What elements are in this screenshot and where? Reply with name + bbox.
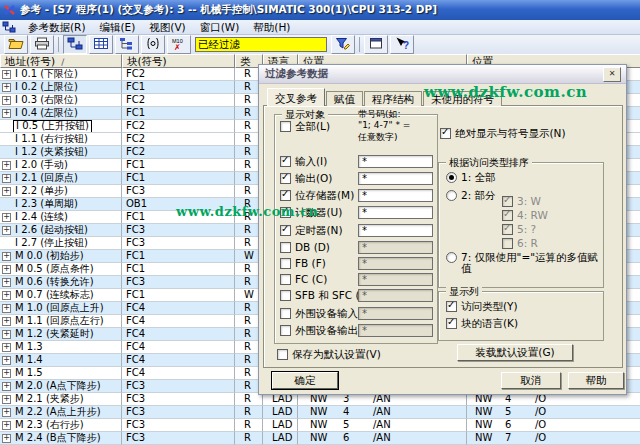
expand-plus-icon[interactable]: + (2, 408, 11, 417)
address-symbol-cell[interactable]: M 0.7 (连续标志) (13, 289, 96, 301)
object-filter-4[interactable]: 定时器(N) (280, 225, 343, 236)
object-filter-0[interactable]: 输入(I) (280, 156, 327, 167)
object-filter-7[interactable]: FC (C) (280, 274, 327, 285)
expand-plus-icon[interactable]: + (2, 161, 11, 170)
load-default-button[interactable]: 装载默认设置(G) (457, 344, 573, 361)
tab-交叉参考[interactable]: 交叉参考 (267, 88, 325, 106)
expand-plus-icon[interactable]: + (2, 330, 11, 339)
display-column-0[interactable]: 访问类型(Y) (446, 301, 518, 312)
expand-plus-icon[interactable]: + (2, 304, 11, 313)
address-symbol-cell[interactable]: M 1.2 (夹紧延时) (13, 328, 96, 340)
object-filter-value-field[interactable]: * (358, 172, 433, 185)
absolute-symbolic-checkbox[interactable]: 绝对显示与符号显示(N) (440, 128, 566, 139)
expand-plus-icon[interactable]: + (2, 109, 11, 118)
object-filter-checkbox[interactable] (280, 290, 291, 301)
menu-item-2[interactable]: 视图(V) (142, 20, 192, 34)
address-symbol-cell[interactable]: I 2.3 (单周期) (13, 198, 80, 210)
address-symbol-cell[interactable]: I 0.1 (下限位) (13, 68, 80, 80)
table-row-M-2.4[interactable]: +M 2.4 (B点下降步)FC3RLADNW6/ANNW7/O (0, 432, 640, 445)
object-filter-checkbox[interactable] (280, 325, 291, 336)
print-button[interactable] (30, 35, 54, 54)
sort-partial-radio-button[interactable] (446, 190, 457, 201)
address-symbol-cell[interactable]: I 0.5 (上升按钮) (13, 120, 92, 133)
cross-reference-button[interactable] (63, 35, 87, 54)
sort-all-radio-button[interactable] (446, 172, 457, 183)
object-filter-value-field[interactable]: * (358, 155, 433, 168)
address-symbol-cell[interactable]: I 2.6 (起动按钮) (13, 224, 90, 236)
address-symbol-cell[interactable]: I 2.1 (回原点) (13, 172, 80, 184)
expand-plus-icon[interactable]: + (2, 434, 11, 443)
sort-multi-assign-radio[interactable]: 7: 仅限使用"="运算的多值赋值 (446, 252, 603, 274)
address-symbol-cell[interactable]: M 2.0 (A点下降步) (13, 380, 103, 392)
object-filter-checkbox[interactable] (280, 274, 291, 285)
object-filter-5[interactable]: DB (D) (280, 242, 330, 253)
sort-all-radio[interactable]: 1: 全部 (446, 172, 496, 183)
address-symbol-cell[interactable]: I 1.1 (右行按钮) (13, 133, 90, 145)
object-filter-value-field[interactable]: * (358, 189, 433, 202)
expand-plus-icon[interactable]: + (2, 343, 11, 352)
expand-plus-icon[interactable]: + (2, 369, 11, 378)
object-filter-2[interactable]: 位存储器(M) (280, 190, 354, 201)
address-symbol-cell[interactable]: M 1.1 (回原点左行) (13, 315, 106, 327)
menu-item-4[interactable]: 帮助(H) (246, 20, 297, 34)
display-column-checkbox[interactable] (446, 301, 457, 312)
sort-multi-assign-radio-button[interactable] (446, 252, 457, 263)
expand-plus-icon[interactable]: + (2, 70, 11, 79)
absolute-symbolic-checkbox-box[interactable] (440, 128, 451, 139)
menu-item-1[interactable]: 编辑(E) (93, 20, 143, 34)
new-window-button[interactable] (364, 35, 388, 54)
column-header-1[interactable]: 块(符号) (122, 54, 235, 68)
unused-symbols-button[interactable] (141, 35, 165, 54)
menu-item-3[interactable]: 窗口(W) (193, 20, 247, 34)
expand-plus-icon[interactable]: + (2, 226, 11, 235)
menu-item-0[interactable]: 参考数据(R) (21, 20, 93, 34)
object-filter-checkbox[interactable] (280, 190, 291, 201)
address-symbol-cell[interactable]: I 0.2 (上限位) (13, 81, 80, 93)
table-row-M-2.3[interactable]: +M 2.3 (右行步)FC3RLADNW5/ANNW6/O (0, 419, 640, 432)
address-symbol-cell[interactable]: I 2.2 (单步) (13, 185, 70, 197)
expand-plus-icon[interactable]: + (2, 291, 11, 300)
save-default-checkbox-box[interactable] (277, 349, 288, 360)
program-structure-button[interactable] (115, 35, 139, 54)
address-symbol-cell[interactable]: I 0.3 (右限位) (13, 94, 80, 106)
tab-程序结构[interactable]: 程序结构 (364, 91, 422, 106)
address-symbol-cell[interactable]: I 2.0 (手动) (13, 159, 70, 171)
address-without-symbol-button[interactable]: M10✗ (167, 35, 191, 54)
open-folder-button[interactable] (4, 35, 28, 54)
address-symbol-cell[interactable]: I 1.2 (夹紧按钮) (13, 146, 90, 158)
expand-plus-icon[interactable]: + (2, 317, 11, 326)
address-symbol-cell[interactable]: I 0.4 (左限位) (13, 107, 80, 119)
object-filter-value-field[interactable]: * (358, 206, 433, 219)
dialog-title-bar[interactable]: 过滤参考数据 (259, 65, 626, 84)
address-symbol-cell[interactable]: I 2.7 (停止按钮) (13, 237, 90, 249)
address-symbol-cell[interactable]: I 2.4 (连续) (13, 211, 70, 223)
assignment-table-button[interactable] (89, 35, 113, 54)
address-symbol-cell[interactable]: M 2.4 (B点下降步) (13, 432, 103, 444)
address-symbol-cell[interactable]: M 1.0 (回原点上升) (13, 302, 106, 314)
object-filter-checkbox[interactable] (280, 156, 291, 167)
close-icon[interactable]: ✕ (603, 67, 621, 82)
object-filter-1[interactable]: 输出(O) (280, 173, 332, 184)
expand-plus-icon[interactable]: + (2, 174, 11, 183)
object-filter-3[interactable]: 计数器(U) (280, 207, 342, 218)
address-symbol-cell[interactable]: M 1.5 (13, 367, 45, 379)
tab-未使用的符号[interactable]: 未使用的符号 (423, 91, 502, 106)
object-filter-value-field[interactable]: * (358, 224, 433, 237)
object-filter-checkbox[interactable] (280, 225, 291, 236)
expand-plus-icon[interactable]: + (2, 421, 11, 430)
object-filter-6[interactable]: FB (F) (280, 258, 326, 269)
expand-plus-icon[interactable]: + (2, 187, 11, 196)
column-header-0[interactable]: 地址(符号)∕ (0, 54, 122, 68)
expand-plus-icon[interactable]: + (2, 252, 11, 261)
all-checkbox-box[interactable] (280, 121, 291, 132)
cancel-button[interactable]: 取消 (501, 372, 561, 389)
expand-plus-icon[interactable]: + (2, 278, 11, 287)
expand-plus-icon[interactable]: + (2, 83, 11, 92)
all-checkbox[interactable]: 全部(L) (280, 121, 330, 132)
object-filter-checkbox[interactable] (280, 242, 291, 253)
address-symbol-cell[interactable]: M 0.5 (原点条件) (13, 263, 96, 275)
object-filter-checkbox[interactable] (280, 173, 291, 184)
object-filter-8[interactable]: SFB 和 SFC (S) (280, 290, 370, 301)
save-default-checkbox[interactable]: 保存为默认设置(V) (277, 349, 381, 360)
expand-plus-icon[interactable]: + (2, 382, 11, 391)
